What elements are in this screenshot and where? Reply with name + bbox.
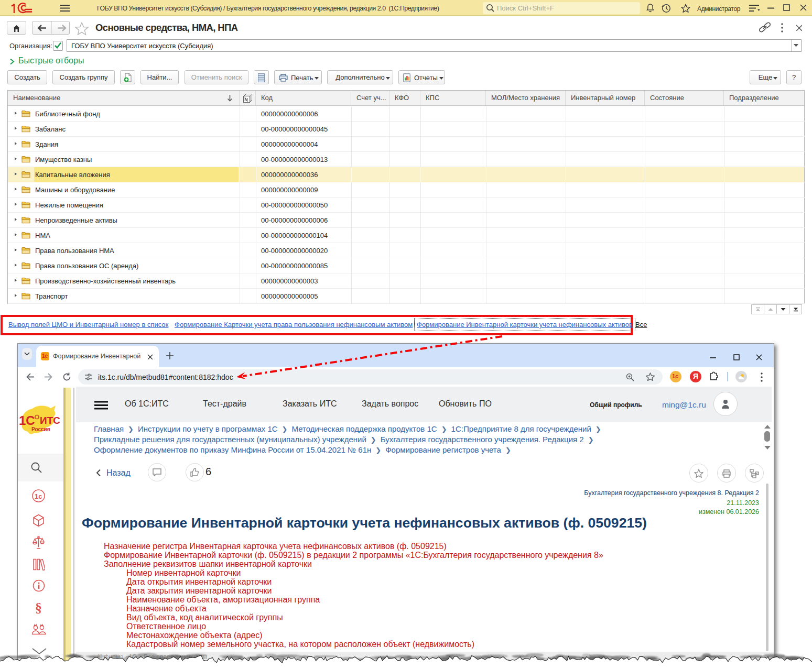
svg-text:1С: 1С bbox=[19, 413, 35, 427]
svg-text:1с: 1с bbox=[35, 492, 42, 500]
svg-text:Россия: Россия bbox=[31, 426, 50, 432]
svg-text:ИТС: ИТС bbox=[40, 415, 60, 426]
